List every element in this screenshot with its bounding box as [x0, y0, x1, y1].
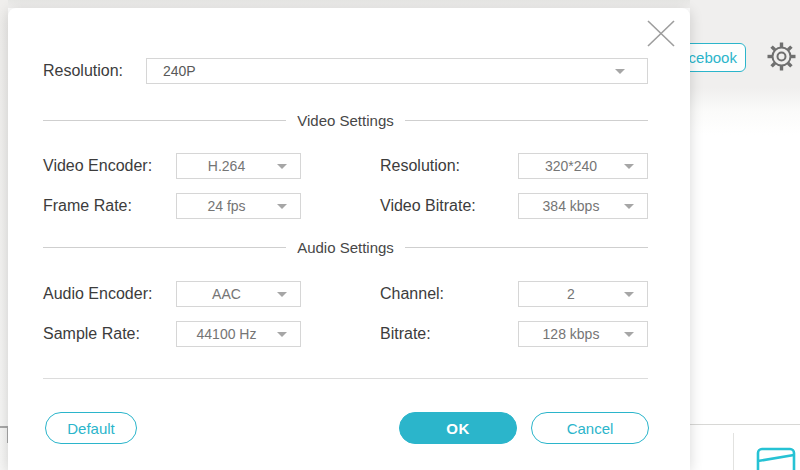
chevron-down-icon [624, 164, 634, 169]
video-bitrate-dropdown[interactable]: 384 kbps [518, 193, 648, 219]
section-title: Audio Settings [297, 239, 394, 256]
dropdown-value: 240P [163, 59, 607, 83]
chevron-down-icon [277, 332, 287, 337]
chevron-down-icon [624, 292, 634, 297]
sample-rate-dropdown[interactable]: 44100 Hz [176, 321, 301, 347]
ok-button[interactable]: OK [399, 412, 517, 444]
audio-bitrate-label: Bitrate: [380, 321, 431, 347]
window-top-edge [0, 0, 800, 8]
chevron-down-icon [277, 164, 287, 169]
chevron-down-icon [277, 292, 287, 297]
background-vertical-divider [733, 433, 734, 470]
cancel-button[interactable]: Cancel [531, 412, 649, 444]
divider-line [405, 120, 648, 121]
dropdown-value: H.264 [183, 154, 270, 178]
audio-encoder-label: Audio Encoder: [43, 281, 152, 307]
chevron-down-icon [624, 332, 634, 337]
chevron-down-icon [615, 69, 625, 74]
channel-label: Channel: [380, 281, 444, 307]
dropdown-value: AAC [183, 282, 270, 306]
gear-icon[interactable] [766, 41, 797, 72]
frame-rate-label: Frame Rate: [43, 193, 132, 219]
close-button[interactable] [643, 16, 679, 50]
divider-line [43, 247, 286, 248]
chevron-down-icon [277, 204, 287, 209]
output-resolution-dropdown[interactable]: 320*240 [518, 153, 648, 179]
video-encoder-dropdown[interactable]: H.264 [176, 153, 301, 179]
dropdown-value: 2 [525, 282, 617, 306]
section-title: Video Settings [297, 112, 393, 129]
dropdown-value: 384 kbps [525, 194, 617, 218]
divider-line [405, 247, 648, 248]
video-encoder-label: Video Encoder: [43, 153, 152, 179]
footer-divider [43, 378, 648, 379]
window-left-edge [0, 0, 8, 470]
dropdown-value: 44100 Hz [183, 322, 270, 346]
audio-settings-divider: Audio Settings [43, 238, 648, 256]
dropdown-value: 24 fps [183, 194, 270, 218]
resolution-dropdown[interactable]: 240P [146, 58, 648, 84]
resolution-label: Resolution: [43, 58, 123, 84]
dropdown-value: 128 kbps [525, 322, 617, 346]
background-divider-line [690, 424, 800, 425]
clapperboard-icon[interactable] [755, 446, 799, 470]
output-resolution-label: Resolution: [380, 153, 460, 179]
audio-bitrate-dropdown[interactable]: 128 kbps [518, 321, 648, 347]
default-button[interactable]: Default [45, 412, 137, 444]
sample-rate-label: Sample Rate: [43, 321, 140, 347]
audio-encoder-dropdown[interactable]: AAC [176, 281, 301, 307]
channel-dropdown[interactable]: 2 [518, 281, 648, 307]
profile-settings-dialog: Resolution: 240P Video Settings Video En… [8, 8, 690, 470]
video-settings-divider: Video Settings [43, 111, 648, 129]
frame-rate-dropdown[interactable]: 24 fps [176, 193, 301, 219]
close-icon [645, 19, 677, 48]
chevron-down-icon [624, 204, 634, 209]
dropdown-value: 320*240 [525, 154, 617, 178]
divider-line [43, 120, 286, 121]
video-bitrate-label: Video Bitrate: [380, 193, 476, 219]
